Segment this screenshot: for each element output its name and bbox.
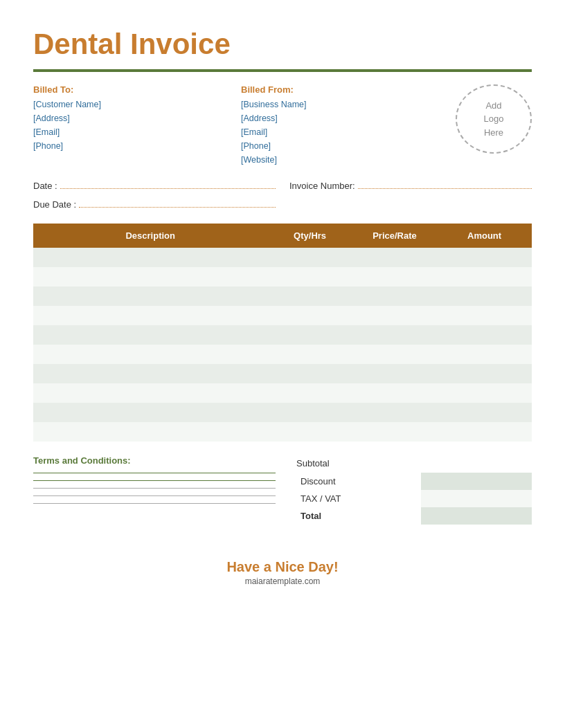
totals-table: Discount TAX / VAT Total bbox=[296, 473, 532, 525]
table-cell bbox=[267, 306, 352, 325]
table-cell bbox=[267, 248, 352, 267]
col-amount: Amount bbox=[437, 224, 532, 248]
terms-line-2 bbox=[33, 480, 276, 481]
footer-website: maiaratemplate.com bbox=[33, 576, 532, 586]
bottom-section: Terms and Conditions: Subtotal Discount … bbox=[33, 455, 532, 525]
table-cell bbox=[437, 286, 532, 306]
table-cell bbox=[352, 306, 437, 325]
business-email: [Email] bbox=[241, 125, 449, 139]
table-cell bbox=[267, 286, 352, 306]
customer-name: [Customer Name] bbox=[33, 98, 241, 111]
table-row bbox=[33, 364, 532, 383]
table-header-row: Description Qty/Hrs Price/Rate Amount bbox=[33, 224, 532, 248]
table-cell bbox=[352, 345, 437, 364]
date-label: Date : bbox=[33, 181, 57, 191]
table-cell bbox=[437, 403, 532, 422]
discount-label: Discount bbox=[296, 473, 421, 490]
invoice-title: Dental Invoice bbox=[33, 28, 532, 61]
billed-to-label: Billed To: bbox=[33, 84, 241, 95]
date-dotted-line bbox=[60, 188, 276, 189]
due-date-dotted-line bbox=[79, 207, 276, 208]
table-cell bbox=[33, 267, 267, 286]
table-cell bbox=[352, 286, 437, 306]
table-cell bbox=[33, 306, 267, 325]
business-name: [Business Name] bbox=[241, 98, 449, 111]
table-cell bbox=[267, 422, 352, 442]
terms-line-3 bbox=[33, 488, 276, 489]
table-cell bbox=[33, 383, 267, 403]
table-row bbox=[33, 306, 532, 325]
customer-address: [Address] bbox=[33, 111, 241, 125]
subtotal-value bbox=[421, 458, 532, 468]
invoice-number-right: Invoice Number: bbox=[276, 181, 532, 214]
discount-row: Discount bbox=[296, 473, 532, 490]
table-cell bbox=[33, 325, 267, 345]
table-cell bbox=[352, 325, 437, 345]
invoice-table: Description Qty/Hrs Price/Rate Amount bbox=[33, 224, 532, 442]
invoice-number-dotted-line bbox=[358, 188, 532, 189]
table-cell bbox=[352, 383, 437, 403]
table-cell bbox=[437, 267, 532, 286]
table-cell bbox=[267, 403, 352, 422]
table-cell bbox=[437, 325, 532, 345]
total-value bbox=[421, 507, 532, 525]
table-cell bbox=[437, 345, 532, 364]
table-cell bbox=[352, 403, 437, 422]
terms-line-4 bbox=[33, 495, 276, 496]
footer-message: Have a Nice Day! bbox=[33, 559, 532, 575]
terms-line-1 bbox=[33, 473, 276, 473]
table-row bbox=[33, 345, 532, 364]
table-cell bbox=[437, 383, 532, 403]
table-row bbox=[33, 383, 532, 403]
billing-section: Billed To: [Customer Name] [Address] [Em… bbox=[33, 84, 532, 167]
billed-from-block: Billed From: [Business Name] [Address] [… bbox=[241, 84, 449, 167]
table-cell bbox=[267, 325, 352, 345]
table-row bbox=[33, 422, 532, 442]
business-website: [Website] bbox=[241, 153, 449, 167]
terms-line-5 bbox=[33, 503, 276, 504]
table-cell bbox=[33, 286, 267, 306]
discount-value bbox=[421, 473, 532, 490]
table-cell bbox=[437, 248, 532, 267]
terms-section: Terms and Conditions: bbox=[33, 455, 296, 511]
dates-left: Date : Due Date : bbox=[33, 181, 276, 214]
table-row bbox=[33, 325, 532, 345]
table-cell bbox=[267, 383, 352, 403]
table-cell bbox=[33, 248, 267, 267]
table-cell bbox=[352, 248, 437, 267]
table-cell bbox=[352, 364, 437, 383]
business-phone: [Phone] bbox=[241, 139, 449, 153]
col-description: Description bbox=[33, 224, 267, 248]
total-row: Total bbox=[296, 507, 532, 525]
customer-phone: [Phone] bbox=[33, 139, 241, 153]
table-cell bbox=[352, 267, 437, 286]
terms-label: Terms and Conditions: bbox=[33, 455, 276, 466]
table-row bbox=[33, 248, 532, 267]
totals-section: Subtotal Discount TAX / VAT Total bbox=[296, 455, 532, 525]
subtotal-row: Subtotal bbox=[296, 455, 532, 473]
table-cell bbox=[267, 364, 352, 383]
due-date-row: Due Date : bbox=[33, 199, 276, 210]
invoice-number-label: Invoice Number: bbox=[289, 181, 355, 191]
table-cell bbox=[33, 364, 267, 383]
due-date-label: Due Date : bbox=[33, 199, 76, 210]
dates-invoice-section: Date : Due Date : Invoice Number: bbox=[33, 181, 532, 214]
table-cell bbox=[33, 345, 267, 364]
col-price: Price/Rate bbox=[352, 224, 437, 248]
table-cell bbox=[437, 364, 532, 383]
logo-area: AddLogoHere bbox=[456, 84, 532, 154]
billed-to-block: Billed To: [Customer Name] [Address] [Em… bbox=[33, 84, 241, 167]
tax-label: TAX / VAT bbox=[296, 490, 421, 507]
table-cell bbox=[33, 403, 267, 422]
subtotal-label: Subtotal bbox=[296, 458, 330, 468]
top-divider bbox=[33, 69, 532, 72]
table-row bbox=[33, 267, 532, 286]
table-cell bbox=[437, 306, 532, 325]
table-cell bbox=[33, 422, 267, 442]
date-row: Date : bbox=[33, 181, 276, 191]
billed-from-label: Billed From: bbox=[241, 84, 449, 95]
tax-value bbox=[421, 490, 532, 507]
business-address: [Address] bbox=[241, 111, 449, 125]
table-cell bbox=[267, 345, 352, 364]
table-row bbox=[33, 286, 532, 306]
